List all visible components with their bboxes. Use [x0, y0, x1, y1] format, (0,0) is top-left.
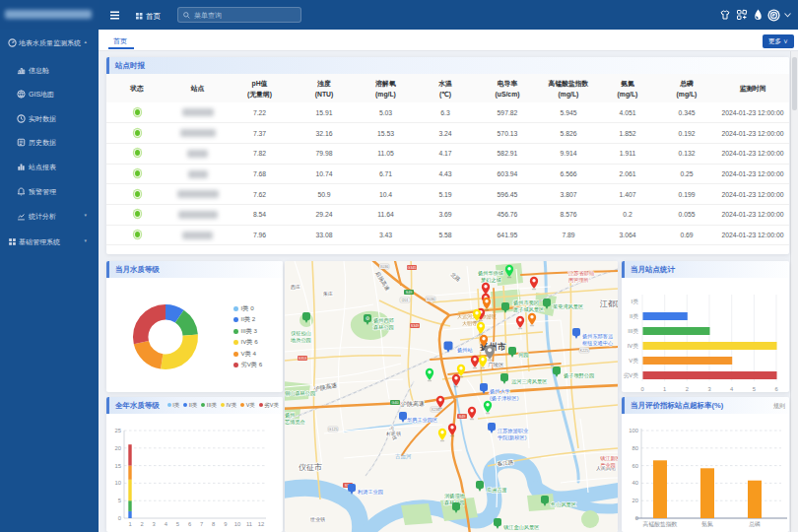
- svg-text:扬州: 扬州: [285, 412, 295, 419]
- svg-text:S49: S49: [406, 291, 412, 295]
- svg-text:⚙: ⚙: [366, 315, 370, 321]
- svg-text:运河三湾风景区: 运河三湾风景区: [511, 378, 547, 385]
- svg-text:润扬湿地: 润扬湿地: [444, 493, 466, 499]
- svg-text:60: 60: [632, 463, 638, 469]
- svg-text:何园: 何园: [518, 352, 528, 358]
- svg-text:6: 6: [188, 521, 191, 527]
- svg-text:4: 4: [730, 386, 734, 392]
- svg-text:镇江新区: 镇江新区: [600, 455, 618, 462]
- svg-text:扬州西郊: 扬州西郊: [373, 317, 394, 324]
- svg-text:S349: S349: [411, 324, 419, 328]
- svg-text:X036: X036: [380, 265, 388, 269]
- svg-text:25: 25: [115, 428, 121, 433]
- svg-text:(扬子津校区): (扬子津校区): [490, 395, 519, 402]
- svg-text:扬州东部客运: 扬州东部客运: [582, 333, 613, 340]
- svg-text:江都区: 江都区: [599, 299, 618, 308]
- svg-text:5: 5: [118, 498, 121, 503]
- svg-text:5: 5: [753, 386, 756, 392]
- svg-text:12: 12: [258, 521, 264, 527]
- svg-text:高锰酸盐指数: 高锰酸盐指数: [643, 521, 678, 528]
- svg-text:学院(新校区): 学院(新校区): [498, 434, 527, 441]
- svg-text:V类: V类: [629, 358, 638, 364]
- svg-text:地质公园: 地质公园: [290, 337, 311, 343]
- svg-text:100: 100: [629, 428, 638, 433]
- svg-text:利涛工业园: 利涛工业园: [358, 489, 383, 496]
- svg-text:20: 20: [632, 498, 638, 503]
- svg-text:劣V类: 劣V类: [624, 372, 639, 379]
- svg-text:扬州市蜀冈: 扬州市蜀冈: [513, 299, 539, 306]
- svg-text:朱庄: 朱庄: [323, 291, 333, 297]
- svg-text:大明寺: 大明寺: [462, 320, 477, 326]
- svg-text:江苏旅游职业: 江苏旅游职业: [498, 428, 529, 434]
- svg-text:40: 40: [632, 480, 638, 486]
- svg-text:15: 15: [115, 463, 121, 469]
- svg-text:3: 3: [153, 521, 156, 527]
- svg-text:II类: II类: [630, 313, 638, 319]
- svg-text:5: 5: [176, 521, 179, 527]
- svg-text:仪征捺山: 仪征捺山: [291, 330, 311, 337]
- svg-text:6: 6: [774, 386, 777, 392]
- svg-text:20: 20: [115, 445, 121, 451]
- svg-text:产业园: 产业园: [600, 462, 616, 468]
- svg-text:G40: G40: [392, 401, 399, 405]
- svg-text:枢纽交通中心: 枢纽交通中心: [582, 340, 614, 346]
- svg-text:1: 1: [128, 521, 131, 527]
- svg-text:9: 9: [224, 521, 227, 527]
- svg-text:X036: X036: [427, 298, 434, 301]
- svg-text:扬子颈野公园: 扬子颈野公园: [564, 372, 594, 379]
- svg-text:G125: G125: [329, 428, 338, 432]
- svg-text:1: 1: [663, 386, 666, 392]
- svg-text:0: 0: [118, 515, 121, 521]
- svg-text:梦幻之城: 梦幻之城: [481, 277, 501, 284]
- svg-text:S49: S49: [459, 415, 465, 419]
- svg-text:扬州大学: 扬州大学: [490, 388, 510, 395]
- svg-text:2: 2: [140, 521, 143, 527]
- svg-text:瓜洲古渡: 瓜洲古渡: [487, 487, 507, 494]
- svg-text:III类: III类: [628, 328, 638, 334]
- svg-text:11: 11: [246, 521, 252, 527]
- svg-text:10: 10: [234, 521, 240, 527]
- svg-text:唐子城风景区: 唐子城风景区: [513, 306, 544, 313]
- svg-text:7: 7: [200, 521, 203, 527]
- svg-text:3: 3: [707, 386, 710, 392]
- svg-text:2: 2: [686, 386, 689, 392]
- svg-text:G345: G345: [408, 266, 417, 270]
- svg-text:古运河: 古运河: [395, 453, 412, 460]
- svg-text:闸管理所: 闸管理所: [568, 277, 589, 284]
- svg-text:广陵区: 广陵区: [488, 362, 504, 367]
- svg-text:焦山风景区: 焦山风景区: [551, 501, 576, 507]
- svg-text:氨氮: 氨氮: [701, 520, 713, 527]
- svg-text:8: 8: [212, 521, 215, 527]
- svg-text:西庄: 西庄: [291, 284, 300, 291]
- svg-text:森林公园: 森林公园: [373, 324, 394, 330]
- svg-text:4: 4: [165, 521, 168, 527]
- svg-text:扬州站: 扬州站: [457, 347, 473, 354]
- svg-text:80: 80: [632, 445, 638, 451]
- svg-text:江苏省邵仙: 江苏省邵仙: [568, 270, 594, 277]
- svg-text:扬州华侨城: 扬州华侨城: [478, 270, 503, 277]
- svg-text:S353: S353: [299, 357, 306, 361]
- svg-text:沪陕高速: 沪陕高速: [400, 400, 425, 408]
- svg-text:I类: I类: [632, 299, 639, 304]
- svg-text:艺博览会: 艺博览会: [285, 419, 305, 426]
- svg-text:IV类: IV类: [628, 343, 638, 349]
- svg-text:K225: K225: [580, 349, 588, 353]
- svg-text:10: 10: [115, 480, 121, 486]
- svg-text:0: 0: [640, 386, 643, 392]
- svg-text:总磷: 总磷: [748, 521, 761, 527]
- svg-text:铜山森林公园: 铜山森林公园: [285, 390, 315, 396]
- svg-text:仪征市: 仪征市: [299, 463, 322, 472]
- svg-text:华腾工业园区: 华腾工业园区: [407, 417, 437, 424]
- svg-text:茱萸湾风景区: 茱萸湾风景区: [553, 303, 583, 310]
- svg-text:世业镇: 世业镇: [309, 516, 325, 522]
- svg-text:镇江金山风景区: 镇江金山风景区: [503, 524, 539, 531]
- svg-text:I201: I201: [402, 299, 409, 302]
